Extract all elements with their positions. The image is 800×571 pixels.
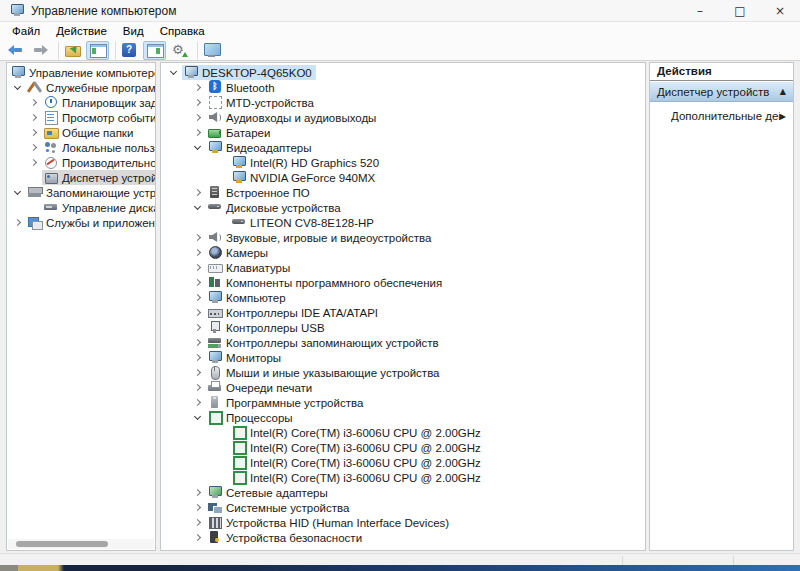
tree-item[interactable]: Видеоадаптеры [161,140,645,155]
chevron-icon[interactable] [189,350,206,365]
chevron-icon[interactable] [189,335,206,350]
chevron-icon[interactable] [189,125,206,140]
tree-item[interactable]: Очереди печати [161,380,645,395]
menu-view[interactable]: Вид [115,24,152,38]
tree-item[interactable]: Управление компьютером (ло [7,65,155,80]
tree-item[interactable]: Мыши и иные указывающие устройства [161,365,645,380]
remote-screen-button[interactable] [197,41,223,60]
export-list-button[interactable] [58,41,84,60]
tree-item[interactable]: NVIDIA GeForce 940MX [161,170,645,185]
chevron-icon[interactable] [25,95,42,110]
tree-item[interactable]: Локальные пользовате [7,140,155,155]
chevron-icon[interactable] [189,290,206,305]
chevron-icon[interactable] [189,95,206,110]
chevron-icon[interactable] [189,500,206,515]
tree-item[interactable]: DESKTOP-4Q65KO0 [161,65,645,80]
chevron-icon[interactable] [213,470,230,485]
chevron-icon[interactable] [189,515,206,530]
minimize-button[interactable]: – [680,0,720,21]
chevron-icon[interactable] [189,260,206,275]
properties-button[interactable] [168,41,191,60]
chevron-icon[interactable] [189,200,206,215]
console-tree-toggle-button[interactable] [86,41,109,60]
tree-item[interactable]: Планировщик заданий [7,95,155,110]
chevron-icon[interactable] [189,230,206,245]
scrollbar-thumb[interactable] [16,541,108,547]
chevron-icon[interactable] [189,245,206,260]
horizontal-scrollbar[interactable] [8,539,154,549]
chevron-icon[interactable] [189,140,206,155]
tree-item[interactable]: Служебные программы [7,80,155,95]
tree-item[interactable]: Общие папки [7,125,155,140]
tree-item[interactable]: Клавиатуры [161,260,645,275]
chevron-icon[interactable] [189,530,206,545]
chevron-icon[interactable] [189,185,206,200]
tree-item[interactable]: Контроллеры IDE ATA/ATAPI [161,305,645,320]
menu-action[interactable]: Действие [48,24,115,38]
chevron-icon[interactable] [25,200,42,215]
action-pane-toggle-button[interactable] [143,41,166,60]
chevron-icon[interactable] [189,485,206,500]
tree-item[interactable]: Процессоры [161,410,645,425]
tree-item[interactable]: Службы и приложения [7,215,155,230]
tree-item[interactable]: Контроллеры запоминающих устройств [161,335,645,350]
chevron-icon[interactable] [189,395,206,410]
tree-item[interactable]: Intel(R) HD Graphics 520 [161,155,645,170]
tree-item[interactable]: Устройства HID (Human Interface Devices) [161,515,645,530]
chevron-icon[interactable] [9,80,26,95]
help-button[interactable] [115,41,141,60]
tree-item[interactable]: Контроллеры USB [161,320,645,335]
tree-item[interactable]: Дисковые устройства [161,200,645,215]
chevron-icon[interactable] [25,170,42,185]
tree-item[interactable]: Intel(R) Core(TM) i3-6006U CPU @ 2.00GHz [161,440,645,455]
tree-item[interactable]: Встроенное ПО [161,185,645,200]
chevron-icon[interactable] [25,110,42,125]
forward-button[interactable] [29,41,52,60]
tree-item[interactable]: Управление дисками [7,200,155,215]
tree-item[interactable]: Программные устройства [161,395,645,410]
tree-item[interactable]: Производительность [7,155,155,170]
tree-item[interactable]: Батареи [161,125,645,140]
tree-item[interactable]: Компоненты программного обеспечения [161,275,645,290]
chevron-icon[interactable] [213,440,230,455]
chevron-icon[interactable] [189,80,206,95]
chevron-icon[interactable] [9,185,26,200]
actions-section-header[interactable]: Диспетчер устройств ▲ [650,81,793,102]
collapse-arrow-icon[interactable]: ▲ [780,87,786,96]
chevron-icon[interactable] [25,125,42,140]
tree-item[interactable]: Запоминающие устройств [7,185,155,200]
chevron-icon[interactable] [213,215,230,230]
close-button[interactable]: × [760,0,800,21]
chevron-icon[interactable] [189,365,206,380]
tree-item[interactable]: Просмотр событий [7,110,155,125]
chevron-icon[interactable] [9,215,26,230]
tree-item[interactable]: Системные устройства [161,500,645,515]
chevron-icon[interactable] [189,305,206,320]
chevron-icon[interactable] [25,140,42,155]
actions-item-more[interactable]: Дополнительные дейс… ▶ [650,102,793,122]
tree-item[interactable]: LITEON CV8-8E128-HP [161,215,645,230]
menu-file[interactable]: Файл [4,24,48,38]
chevron-icon[interactable] [213,425,230,440]
tree-item[interactable]: Intel(R) Core(TM) i3-6006U CPU @ 2.00GHz [161,455,645,470]
tree-item[interactable]: Bluetooth [161,80,645,95]
chevron-icon[interactable] [213,170,230,185]
chevron-icon[interactable] [25,155,42,170]
tree-item[interactable]: Аудиовходы и аудиовыходы [161,110,645,125]
tree-item[interactable]: MTD-устройства [161,95,645,110]
chevron-icon[interactable] [213,155,230,170]
chevron-icon[interactable] [189,380,206,395]
menu-help[interactable]: Справка [152,24,213,38]
tree-item[interactable]: Звуковые, игровые и видеоустройства [161,230,645,245]
chevron-icon[interactable] [213,455,230,470]
tree-item[interactable]: Сетевые адаптеры [161,485,645,500]
back-button[interactable] [4,41,27,60]
tree-item[interactable]: Устройства безопасности [161,530,645,545]
chevron-icon[interactable] [189,110,206,125]
chevron-icon[interactable] [189,275,206,290]
maximize-button[interactable]: □ [720,0,760,21]
tree-item[interactable]: Диспетчер устройств [7,170,155,185]
tree-item[interactable]: Intel(R) Core(TM) i3-6006U CPU @ 2.00GHz [161,470,645,485]
tree-item[interactable]: Компьютер [161,290,645,305]
chevron-icon[interactable] [165,65,182,80]
